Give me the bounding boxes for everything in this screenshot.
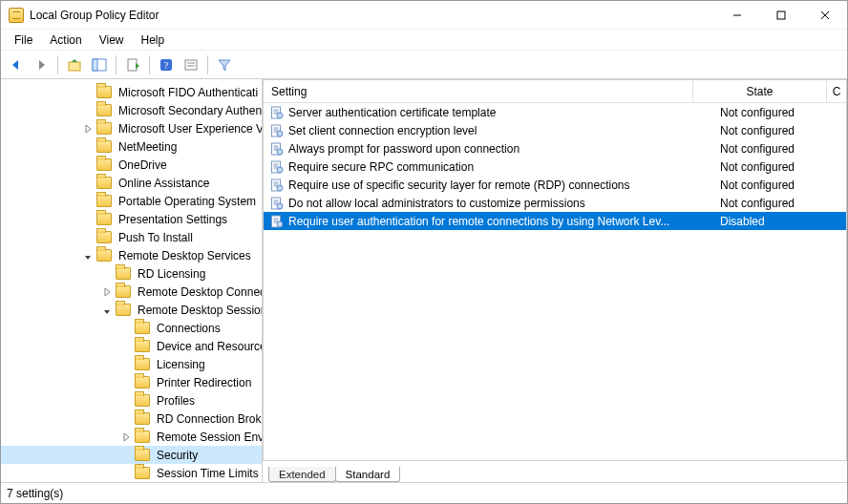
status-text: 7 setting(s): [7, 487, 63, 500]
tree-item-label: Licensing: [154, 357, 208, 372]
setting-state: Not configured: [712, 142, 846, 156]
menu-help[interactable]: Help: [134, 32, 173, 49]
tree-item[interactable]: Microsoft Secondary Authen: [1, 101, 262, 119]
settings-list: Setting State C Server authentication ce…: [263, 79, 847, 461]
tab-standard[interactable]: Standard: [335, 467, 401, 482]
folder-icon: [135, 394, 150, 407]
tree-item[interactable]: NetMeeting: [1, 137, 262, 156]
list-row[interactable]: Always prompt for password upon connecti…: [264, 139, 846, 158]
folder-icon: [96, 104, 112, 116]
blank-exp: [81, 177, 95, 190]
tree-item[interactable]: Remote Desktop Session: [1, 301, 262, 319]
setting-name: Require use of specific security layer f…: [288, 178, 712, 192]
svg-marker-22: [124, 433, 129, 441]
folder-icon: [96, 195, 112, 207]
col-state[interactable]: State: [693, 80, 827, 102]
menu-action[interactable]: Action: [42, 32, 89, 49]
blank-exp: [81, 86, 95, 99]
svg-rect-14: [185, 60, 197, 70]
blank-exp: [81, 158, 95, 172]
folder-icon: [96, 231, 112, 243]
list-row[interactable]: Server authentication certificate templa…: [264, 103, 846, 121]
minimize-button[interactable]: [715, 1, 759, 30]
collapse-icon[interactable]: [81, 249, 95, 262]
status-bar: 7 setting(s): [1, 482, 847, 503]
toolbar: ?: [1, 51, 847, 79]
tree-item-label: Push To Install: [116, 230, 196, 245]
tree-item[interactable]: RD Licensing: [1, 264, 262, 283]
export-button[interactable]: [121, 53, 144, 76]
list-pane: Setting State C Server authentication ce…: [263, 79, 847, 482]
svg-marker-11: [136, 63, 139, 69]
tree-item[interactable]: OneDrive: [1, 156, 262, 174]
blank-exp: [81, 104, 95, 117]
tree-item[interactable]: Profiles: [1, 391, 262, 410]
col-comment[interactable]: C: [827, 80, 846, 102]
setting-name: Require secure RPC communication: [288, 160, 712, 174]
expand-icon[interactable]: [81, 122, 95, 136]
tree-item[interactable]: Remote Desktop Services: [1, 246, 262, 264]
tree-item[interactable]: Licensing: [1, 355, 262, 373]
tree-item-label: OneDrive: [116, 158, 170, 173]
list-row[interactable]: Require secure RPC communicationNot conf…: [264, 158, 846, 176]
list-row[interactable]: Set client connection encryption levelNo…: [264, 121, 846, 139]
setting-name: Always prompt for password upon connecti…: [288, 142, 712, 156]
list-row[interactable]: Do not allow local administrators to cus…: [264, 194, 846, 212]
tree-item[interactable]: Remote Desktop Connec: [1, 283, 262, 301]
close-button[interactable]: [803, 1, 847, 30]
blank-exp: [119, 340, 133, 353]
list-row[interactable]: Require user authentication for remote c…: [264, 212, 846, 230]
tree-item[interactable]: Online Assistance: [1, 174, 262, 192]
tree-item[interactable]: Security: [1, 446, 262, 464]
setting-name: Do not allow local administrators to cus…: [288, 197, 712, 210]
svg-rect-1: [777, 11, 785, 19]
tree-item-label: Remote Desktop Services: [116, 248, 254, 263]
folder-icon: [135, 376, 150, 388]
tree-item[interactable]: Portable Operating System: [1, 192, 262, 210]
menu-bar: File Action View Help: [1, 30, 847, 51]
svg-point-27: [277, 113, 283, 118]
filter-button[interactable]: [213, 53, 236, 76]
svg-marker-18: [86, 125, 91, 133]
policy-icon: [269, 141, 285, 157]
blank-exp: [119, 358, 133, 371]
tree-item[interactable]: Session Time Limits: [1, 464, 262, 482]
tree-item[interactable]: Connections: [1, 319, 262, 337]
tree-item[interactable]: Printer Redirection: [1, 373, 262, 391]
tree-item-label: Security: [154, 448, 201, 463]
tree-item-label: Remote Desktop Session: [135, 303, 262, 318]
policy-tree[interactable]: Microsoft FIDO AuthenticatiMicrosoft Sec…: [1, 79, 262, 482]
tree-item-label: Device and Resource: [154, 339, 262, 354]
folder-icon: [116, 267, 131, 280]
tree-item-label: Remote Desktop Connec: [135, 284, 262, 300]
svg-marker-7: [72, 59, 77, 62]
folder-icon: [96, 249, 112, 262]
list-body[interactable]: Server authentication certificate templa…: [264, 103, 846, 460]
back-button[interactable]: [5, 53, 28, 76]
list-row[interactable]: Require use of specific security layer f…: [264, 176, 846, 194]
tree-item[interactable]: Device and Resource: [1, 337, 262, 355]
tree-item-label: Microsoft Secondary Authen: [116, 103, 262, 118]
tree-item[interactable]: Remote Session Envir: [1, 428, 262, 446]
tab-extended[interactable]: Extended: [268, 467, 336, 482]
tree-item[interactable]: Push To Install: [1, 228, 262, 246]
help-button[interactable]: ?: [155, 53, 178, 76]
col-setting[interactable]: Setting: [264, 80, 693, 102]
forward-button[interactable]: [30, 53, 53, 76]
up-button[interactable]: [63, 53, 86, 76]
tree-item[interactable]: Presentation Settings: [1, 210, 262, 228]
properties-button[interactable]: [180, 53, 202, 76]
expand-icon[interactable]: [100, 285, 114, 299]
menu-view[interactable]: View: [92, 32, 132, 49]
tree-item[interactable]: Microsoft FIDO Authenticati: [1, 83, 262, 101]
show-hide-tree-button[interactable]: [88, 53, 111, 76]
collapse-icon[interactable]: [100, 304, 114, 317]
expand-icon[interactable]: [119, 430, 133, 444]
folder-icon: [96, 158, 112, 171]
tree-item[interactable]: Microsoft User Experience Vi: [1, 119, 262, 137]
svg-point-57: [277, 221, 283, 227]
menu-file[interactable]: File: [7, 32, 40, 49]
maximize-button[interactable]: [759, 1, 803, 30]
blank-exp: [81, 231, 95, 244]
tree-item[interactable]: RD Connection Broke: [1, 410, 262, 428]
